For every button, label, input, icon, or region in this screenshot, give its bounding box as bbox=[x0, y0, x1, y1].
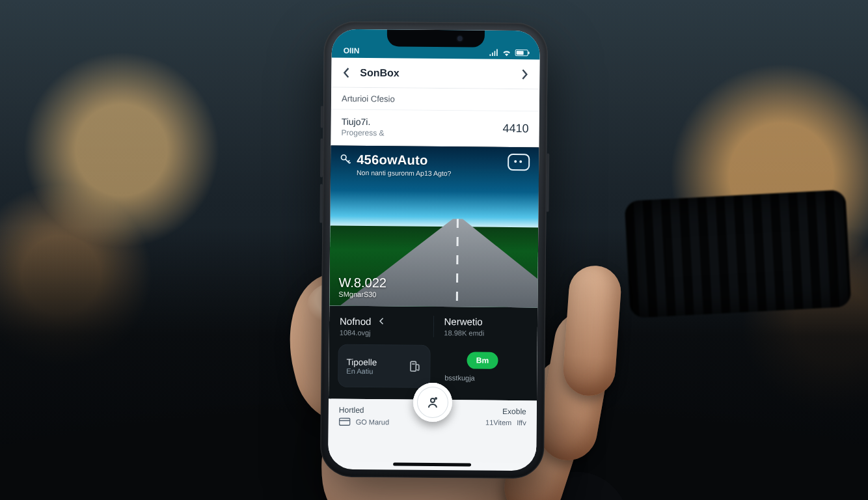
carrier-label: OIIN bbox=[344, 46, 360, 55]
tile-a-sub: En Aatiu bbox=[346, 367, 377, 374]
svg-rect-4 bbox=[340, 418, 350, 425]
volume-down-button bbox=[319, 184, 323, 223]
hero-title: 456owAuto bbox=[357, 152, 452, 168]
metric-right[interactable]: Nerwetio 18.98K emdi bbox=[433, 316, 537, 338]
sub-header-label: Arturioi Cfesio bbox=[342, 94, 395, 104]
metric-right-sub: 18.98K emdi bbox=[444, 329, 527, 337]
display-notch bbox=[387, 29, 485, 47]
mute-switch bbox=[321, 105, 323, 128]
footer-bottom-mid[interactable]: 11Vitem bbox=[485, 419, 511, 426]
svg-rect-1 bbox=[411, 361, 416, 371]
forward-button[interactable] bbox=[517, 67, 532, 81]
fuel-icon bbox=[407, 359, 422, 374]
car-air-vent bbox=[625, 189, 852, 318]
sub-header[interactable]: Arturioi Cfesio bbox=[331, 88, 539, 112]
svg-point-2 bbox=[431, 398, 435, 402]
chat-icon[interactable] bbox=[508, 154, 530, 171]
hero-footer-line2: SMgnarS30 bbox=[338, 290, 386, 299]
footer-bottom-right[interactable]: Iffv bbox=[517, 419, 526, 426]
metric-left-sub: 1084.ovgj bbox=[340, 329, 423, 337]
hero-subtitle: Non nanti gsuronm Ap13 Agto? bbox=[357, 169, 451, 177]
footer-top-left[interactable]: Hortled bbox=[339, 406, 364, 415]
app-title: SonBox bbox=[360, 66, 511, 79]
back-button[interactable] bbox=[339, 65, 353, 79]
chevron-left-icon bbox=[343, 67, 349, 77]
volume-up-button bbox=[320, 138, 323, 177]
scene-background: OIIN SonBox Arturioi Cfesio bbox=[0, 0, 868, 500]
home-indicator[interactable] bbox=[393, 462, 471, 466]
summary-value: 4410 bbox=[502, 118, 528, 135]
battery-icon bbox=[515, 49, 528, 56]
footer-top-right[interactable]: Exoble bbox=[502, 407, 526, 416]
power-button bbox=[547, 154, 550, 212]
signal-icon bbox=[489, 49, 498, 57]
center-fab[interactable] bbox=[413, 383, 453, 423]
tile-a-title: Tipoelle bbox=[346, 357, 377, 367]
person-location-icon bbox=[425, 395, 441, 410]
summary-block: Tiujo7i. Progeress & 4410 bbox=[331, 110, 539, 148]
tile-tipoelle[interactable]: Tipoelle En Aatiu bbox=[338, 344, 431, 388]
footer-bottom-left[interactable]: GO Marud bbox=[356, 418, 389, 426]
status-pill: Bm bbox=[467, 352, 498, 368]
svg-point-3 bbox=[435, 398, 437, 399]
metric-left[interactable]: Nofnod 1084.ovgj bbox=[329, 315, 433, 337]
summary-line2: Progeress & bbox=[342, 128, 385, 138]
metric-right-title: Nerwetio bbox=[444, 316, 482, 327]
arrow-left-icon bbox=[376, 315, 388, 327]
phone-screen: OIIN SonBox Arturioi Cfesio bbox=[328, 29, 540, 471]
chevron-right-icon bbox=[521, 69, 528, 79]
hero-footer-line1: W.8.022 bbox=[338, 275, 387, 291]
smartphone-device: OIIN SonBox Arturioi Cfesio bbox=[320, 21, 548, 479]
hero-card[interactable]: 456owAuto Non nanti gsuronm Ap13 Agto? W… bbox=[329, 146, 539, 308]
wifi-icon bbox=[502, 49, 511, 57]
summary-line1: Tiujo7i. bbox=[342, 117, 385, 128]
app-header: SonBox bbox=[331, 58, 539, 90]
bottom-bar: Hortled GO Marud Exoble 11Vitem Iffv bbox=[328, 399, 537, 464]
tile-b-sub: bsstkugja bbox=[444, 374, 475, 382]
metric-left-title: Nofnod bbox=[340, 315, 372, 326]
key-icon bbox=[340, 154, 351, 165]
tile-status[interactable]: Bm bsstkugja bbox=[437, 345, 528, 389]
card-icon bbox=[339, 417, 351, 426]
status-icons bbox=[489, 49, 528, 57]
